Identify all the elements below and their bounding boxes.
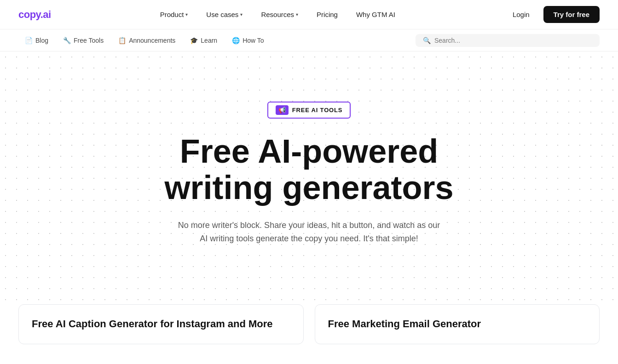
learn-icon: 🎓: [190, 37, 198, 44]
nav-item-product[interactable]: Product▾: [153, 7, 196, 22]
sub-nav-label: Blog: [35, 37, 48, 44]
login-button[interactable]: Login: [504, 7, 538, 22]
chevron-down-icon: ▾: [296, 12, 298, 17]
card[interactable]: Free Marketing Email Generator: [315, 304, 600, 344]
sub-nav-item-learn[interactable]: 🎓Learn: [184, 34, 224, 47]
blog-icon: 📄: [25, 37, 33, 44]
card-title: Free Marketing Email Generator: [328, 318, 587, 331]
nav-item-pricing[interactable]: Pricing: [309, 7, 345, 22]
badge-text: FREE AI TOOLS: [292, 107, 342, 114]
top-nav: copy.ai Product▾Use cases▾Resources▾Pric…: [0, 0, 618, 29]
badge-icon: 📢: [276, 105, 289, 115]
sub-nav-item-blog[interactable]: 📄Blog: [18, 34, 55, 47]
search-box[interactable]: 🔍: [416, 34, 600, 47]
nav-links: Product▾Use cases▾Resources▾PricingWhy G…: [153, 7, 403, 22]
sub-nav-item-free-tools[interactable]: 🔧Free Tools: [57, 34, 110, 47]
chevron-down-icon: ▾: [240, 12, 243, 17]
badge: 📢 FREE AI TOOLS: [267, 102, 351, 119]
logo[interactable]: copy.ai: [18, 9, 51, 21]
nav-item-resources[interactable]: Resources▾: [254, 7, 306, 22]
free-tools-icon: 🔧: [63, 37, 71, 44]
search-icon: 🔍: [423, 37, 431, 44]
sub-nav-item-how-to[interactable]: 🌐How To: [225, 34, 270, 47]
card-title: Free AI Caption Generator for Instagram …: [32, 318, 290, 331]
sub-nav: 📄Blog🔧Free Tools📋Announcements🎓Learn🌐How…: [0, 29, 618, 51]
nav-item-why-gtm-ai[interactable]: Why GTM AI: [349, 7, 403, 22]
hero-title: Free AI-powered writing generators: [144, 133, 475, 206]
search-input[interactable]: [434, 37, 592, 44]
sub-nav-item-announcements[interactable]: 📋Announcements: [112, 34, 182, 47]
try-free-button[interactable]: Try for free: [543, 6, 600, 23]
how-to-icon: 🌐: [232, 37, 240, 44]
sub-nav-label: How To: [243, 37, 264, 44]
card[interactable]: Free AI Caption Generator for Instagram …: [18, 304, 304, 344]
cards-section: Free AI Caption Generator for Instagram …: [0, 304, 618, 363]
chevron-down-icon: ▾: [185, 12, 188, 17]
nav-item-use-cases[interactable]: Use cases▾: [199, 7, 250, 22]
logo-text: copy.ai: [18, 9, 51, 20]
sub-nav-label: Announcements: [129, 37, 175, 44]
announcements-icon: 📋: [118, 37, 126, 44]
sub-nav-label: Free Tools: [74, 37, 104, 44]
nav-actions: Login Try for free: [504, 6, 600, 23]
sub-nav-label: Learn: [201, 37, 217, 44]
sub-nav-links: 📄Blog🔧Free Tools📋Announcements🎓Learn🌐How…: [18, 34, 271, 47]
hero-section: 📢 FREE AI TOOLS Free AI-powered writing …: [0, 51, 618, 304]
hero-subtitle: No more writer's block. Share your ideas…: [176, 219, 443, 245]
